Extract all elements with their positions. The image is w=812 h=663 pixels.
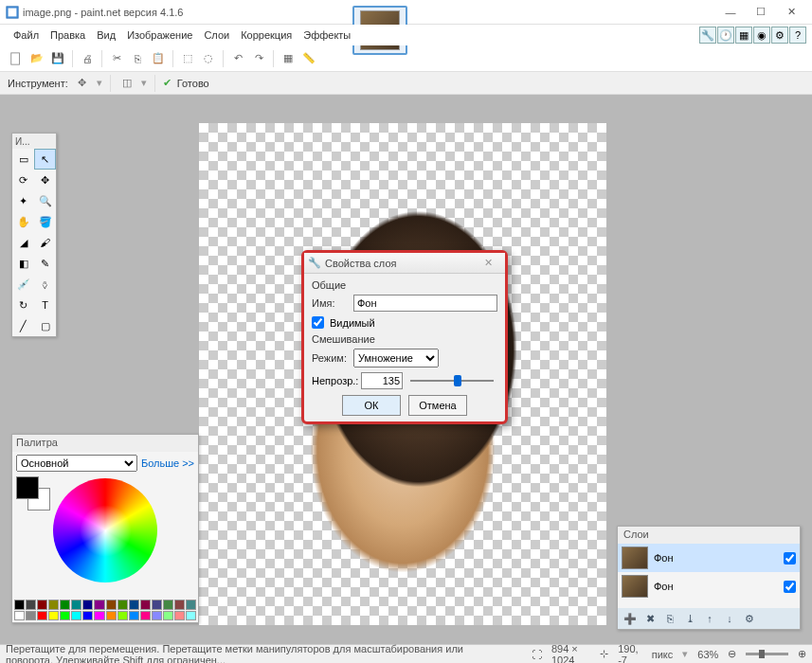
cancel-button[interactable]: Отмена: [408, 395, 467, 416]
status-unit[interactable]: пикс: [652, 649, 674, 660]
dialog-titlebar[interactable]: 🔧 Свойства слоя ✕: [304, 253, 505, 274]
wrench-icon: 🔧: [308, 257, 321, 270]
zoom-in-icon[interactable]: ⊕: [798, 648, 806, 660]
line-tool[interactable]: ╱: [12, 315, 34, 336]
copy-icon[interactable]: ⎘: [129, 50, 146, 67]
opacity-label: Непрозр.:: [312, 375, 357, 386]
cut-icon[interactable]: ✂: [108, 50, 125, 67]
zoom-slider[interactable]: [746, 653, 788, 655]
layers-panel: Слои Фон Фон ➕ ✖ ⎘ ⤓ ↑ ↓ ⚙: [617, 526, 801, 630]
layer-row[interactable]: Фон: [618, 572, 800, 600]
layer-thumbnail: [622, 547, 648, 569]
tools-toggle-icon[interactable]: 🔧: [699, 27, 716, 44]
grid-icon[interactable]: ▦: [280, 50, 297, 67]
rectangle-select-tool[interactable]: ▭: [12, 149, 34, 170]
opacity-spinner[interactable]: [361, 372, 403, 389]
zoom-tool[interactable]: 🔍: [34, 190, 56, 211]
duplicate-layer-icon[interactable]: ⎘: [661, 610, 678, 627]
dialog-title: Свойства слоя: [325, 258, 484, 269]
lasso-tool[interactable]: ⟳: [12, 170, 34, 190]
color-picker-tool[interactable]: 💉: [12, 274, 34, 295]
blending-section-label: Смешивание: [312, 333, 497, 345]
menu-effects[interactable]: Эффекты: [298, 27, 356, 43]
palette-title: Палитра: [12, 435, 198, 452]
layer-name-input[interactable]: [353, 295, 497, 312]
move-selection-tool[interactable]: ↖: [34, 149, 56, 170]
more-button[interactable]: Больше >>: [141, 457, 194, 469]
add-layer-icon[interactable]: ➕: [622, 610, 639, 627]
paintbrush-tool[interactable]: 🖌: [34, 232, 56, 253]
status-dimensions: 894 × 1024: [551, 643, 590, 664]
maximize-button[interactable]: ☐: [746, 3, 776, 22]
settings-icon[interactable]: ⚙: [771, 27, 788, 44]
status-position: 190, -7: [618, 643, 642, 664]
move-tool-icon[interactable]: ✥: [74, 75, 91, 92]
gradient-tool[interactable]: ◢: [12, 232, 34, 253]
pencil-tool[interactable]: ✎: [34, 253, 56, 274]
zoom-out-icon[interactable]: ⊖: [728, 648, 736, 660]
svg-rect-2: [11, 52, 20, 63]
undo-icon[interactable]: ↶: [229, 50, 246, 67]
close-button[interactable]: ✕: [776, 3, 806, 22]
layer-row[interactable]: Фон: [618, 544, 800, 572]
help-icon[interactable]: ?: [789, 27, 806, 44]
text-tool[interactable]: T: [34, 295, 56, 315]
name-label: Имя:: [312, 297, 348, 309]
crop-icon[interactable]: ⬚: [179, 50, 196, 67]
open-icon[interactable]: 📂: [28, 50, 45, 67]
minimize-button[interactable]: —: [715, 3, 746, 22]
layer-visibility-checkbox[interactable]: [784, 581, 796, 593]
move-down-icon[interactable]: ↓: [721, 610, 738, 627]
recolor-tool[interactable]: ↻: [12, 295, 34, 315]
redo-icon[interactable]: ↷: [250, 50, 267, 67]
move-pixels-tool[interactable]: ✥: [34, 170, 56, 190]
layers-toggle-icon[interactable]: ▦: [735, 27, 752, 44]
selection-mode-icon[interactable]: ◫: [118, 75, 135, 92]
blend-mode-select[interactable]: Умножение: [353, 349, 439, 367]
palette-panel: Палитра Основной Больше >>: [11, 434, 199, 623]
merge-layer-icon[interactable]: ⤓: [681, 610, 698, 627]
dialog-close-icon[interactable]: ✕: [484, 257, 501, 269]
new-icon[interactable]: [8, 50, 25, 67]
layer-visibility-checkbox[interactable]: [784, 552, 796, 564]
opacity-slider[interactable]: [410, 380, 494, 382]
save-icon[interactable]: 💾: [49, 50, 66, 67]
menu-view[interactable]: Вид: [91, 27, 121, 43]
color-swatches[interactable]: [14, 600, 196, 620]
menu-layers[interactable]: Слои: [198, 27, 235, 43]
shapes-tool[interactable]: ▢: [34, 315, 56, 336]
ok-button[interactable]: ОК: [342, 395, 401, 416]
separator: [101, 50, 102, 67]
clone-stamp-tool[interactable]: ⎀: [34, 274, 56, 295]
ruler-icon[interactable]: 📏: [300, 50, 317, 67]
color-select[interactable]: Основной: [16, 455, 137, 472]
colors-toggle-icon[interactable]: ◉: [753, 27, 770, 44]
layer-properties-icon[interactable]: ⚙: [741, 610, 758, 627]
color-wheel[interactable]: [53, 478, 157, 582]
slider-thumb[interactable]: [454, 375, 461, 386]
history-toggle-icon[interactable]: 🕐: [717, 27, 734, 44]
pan-tool[interactable]: ✋: [12, 211, 34, 232]
layers-panel-title: Слои: [618, 527, 800, 544]
status-zoom[interactable]: 63%: [697, 649, 718, 660]
delete-layer-icon[interactable]: ✖: [641, 610, 659, 627]
magic-wand-tool[interactable]: ✦: [12, 190, 34, 211]
menu-correction[interactable]: Коррекция: [235, 27, 298, 43]
eraser-tool[interactable]: ◧: [12, 253, 34, 274]
menu-image[interactable]: Изображение: [121, 27, 198, 43]
primary-secondary-colors[interactable]: [16, 476, 54, 514]
layer-properties-dialog: 🔧 Свойства слоя ✕ Общие Имя: Видимый Сме…: [301, 250, 508, 424]
paste-icon[interactable]: 📋: [150, 50, 167, 67]
menu-edit[interactable]: Правка: [45, 27, 91, 43]
panel-toggles: 🔧 🕐 ▦ ◉ ⚙ ?: [699, 27, 806, 44]
paint-bucket-tool[interactable]: 🪣: [34, 211, 56, 232]
separator: [172, 50, 173, 67]
print-icon[interactable]: 🖨: [79, 50, 96, 67]
app-icon: [6, 6, 19, 19]
move-up-icon[interactable]: ↑: [701, 610, 718, 627]
visible-checkbox[interactable]: [312, 316, 324, 329]
layer-name: Фон: [654, 581, 778, 592]
menu-file[interactable]: Файл: [8, 27, 45, 43]
deselect-icon[interactable]: ◌: [200, 50, 217, 67]
primary-color[interactable]: [16, 476, 39, 499]
